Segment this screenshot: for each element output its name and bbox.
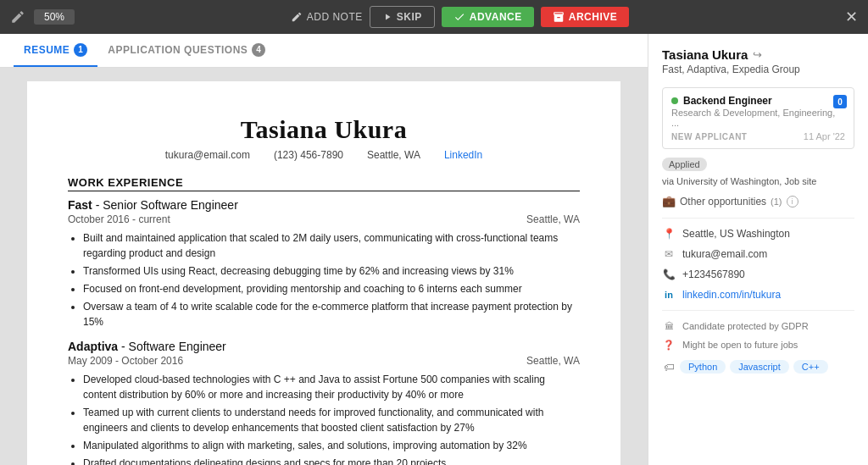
sidebar-phone: +1234567890 <box>682 268 745 280</box>
job-title-1: Software Engineer <box>129 340 226 353</box>
sidebar-linkedin[interactable]: linkedin.com/in/tukura <box>682 289 781 301</box>
candidate-name-row: Tasiana Ukura ↪ <box>662 47 854 62</box>
applied-via: via University of Washington, Job site <box>662 176 816 186</box>
job-location-1: Seattle, WA <box>526 355 580 367</box>
share-icon[interactable]: ↪ <box>753 48 762 61</box>
resume-linkedin-link[interactable]: LinkedIn <box>444 149 482 161</box>
resume-area: Tasiana Ukura tukura@email.com (123) 456… <box>0 68 648 465</box>
other-opportunities-row: 💼 Other opportunities (1) i <box>662 195 854 208</box>
stage-date: 11 Apr '22 <box>804 131 845 141</box>
skip-button[interactable]: SKIP <box>370 6 435 28</box>
bullet-1-0: Developed cloud-based technologies with … <box>83 372 580 402</box>
archive-button[interactable]: ARCHIVE <box>541 7 630 27</box>
location-row: 📍 Seattle, US Washington <box>662 227 854 241</box>
location-icon: 📍 <box>662 227 676 241</box>
job-entry-0: Fast - Senior Software Engineer October … <box>68 198 580 329</box>
work-experience-section: WORK EXPERIENCE Fast - Senior Software E… <box>68 176 580 465</box>
close-button[interactable]: ✕ <box>845 8 858 26</box>
gdpr-text: Candidate protected by GDPR <box>682 321 809 331</box>
bullet-1-3: Drafted documentations delineating desig… <box>83 456 580 465</box>
new-applicant-badge: NEW APPLICANT <box>671 132 747 141</box>
tag-0[interactable]: Python <box>680 360 726 374</box>
app-questions-tab-badge: 4 <box>252 43 265 57</box>
tags-row: 🏷 Python Javascript C++ <box>662 360 854 374</box>
future-jobs-row: ❓ Might be open to future jobs <box>662 338 854 352</box>
resume-contact: tukura@email.com (123) 456-7890 Seattle,… <box>68 149 580 161</box>
divider-1 <box>662 218 854 219</box>
stage-footer: NEW APPLICANT 11 Apr '22 <box>671 131 845 141</box>
bullet-0-3: Oversaw a team of 4 to write scalable co… <box>83 299 580 329</box>
zoom-control[interactable] <box>34 9 75 25</box>
stage-card[interactable]: Backend Engineer 0 Research & Developmen… <box>662 87 854 149</box>
resume-phone: (123) 456-7890 <box>274 149 343 161</box>
add-note-button[interactable]: ADD NOTE <box>291 11 363 23</box>
tab-application-questions[interactable]: APPLICATION QUESTIONS 4 <box>97 35 275 67</box>
work-experience-header: WORK EXPERIENCE <box>68 176 580 191</box>
phone-icon: 📞 <box>662 268 676 281</box>
bullet-0-0: Built and maintained application that sc… <box>83 230 580 261</box>
job-period-0: October 2016 - current <box>68 213 170 225</box>
linkedin-icon: in <box>662 288 676 302</box>
email-row: ✉ tukura@email.com <box>662 247 854 261</box>
app-logo <box>10 9 25 25</box>
future-icon: ❓ <box>662 338 676 352</box>
applied-badge: Applied <box>662 158 707 171</box>
sidebar-candidate-name: Tasiana Ukura <box>662 47 748 62</box>
phone-row: 📞 +1234567890 <box>662 268 854 281</box>
other-opps-count: (1) <box>771 197 782 207</box>
resume-candidate-name: Tasiana Ukura <box>68 115 580 144</box>
gdpr-row: 🏛 Candidate protected by GDPR <box>662 319 854 333</box>
topbar: ADD NOTE SKIP ADVANCE ARCHIVE ✕ <box>0 0 868 34</box>
job-dash-0: - <box>92 198 103 212</box>
right-panel: Tasiana Ukura ↪ Fast, Adaptiva, Expedia … <box>648 34 868 465</box>
suitcase-icon: 💼 <box>662 195 676 208</box>
bullet-0-1: Transformed UIs using React, decreasing … <box>83 263 580 279</box>
job-company-1: Adaptiva <box>68 340 118 353</box>
divider-2 <box>662 310 854 311</box>
sidebar-email: tukura@email.com <box>682 248 767 260</box>
job-title-line-1: Adaptiva - Software Engineer <box>68 340 580 353</box>
stage-title: Backend Engineer <box>683 95 772 107</box>
job-bullets-1: Developed cloud-based technologies with … <box>68 372 580 465</box>
bullet-1-1: Teamed up with current clients to unders… <box>83 405 580 435</box>
advance-button[interactable]: ADVANCE <box>442 7 534 27</box>
job-meta-0: October 2016 - current Seattle, WA <box>68 213 580 225</box>
tag-1[interactable]: Javascript <box>730 360 789 374</box>
zoom-input[interactable] <box>39 11 70 23</box>
tag-2[interactable]: C++ <box>793 360 828 374</box>
job-title-line-0: Fast - Senior Software Engineer <box>68 198 580 212</box>
job-company-0: Fast <box>68 198 92 212</box>
email-icon: ✉ <box>662 247 676 261</box>
stage-num: 0 <box>833 95 847 108</box>
job-entry-1: Adaptiva - Software Engineer May 2009 - … <box>68 340 580 465</box>
bullet-1-2: Manipulated algorithms to align with mar… <box>83 438 580 453</box>
future-text: Might be open to future jobs <box>682 340 798 350</box>
info-icon[interactable]: i <box>787 196 798 208</box>
stage-dept: Research & Development, Engineering, ... <box>671 108 845 128</box>
topbar-actions: ADD NOTE SKIP ADVANCE ARCHIVE <box>83 6 837 28</box>
bullet-0-2: Focused on front-end development, provid… <box>83 281 580 296</box>
job-period-1: May 2009 - October 2016 <box>68 355 183 367</box>
other-opps-label: Other opportunities <box>680 196 766 208</box>
gdpr-icon: 🏛 <box>662 319 676 333</box>
main-layout: RESUME 1 APPLICATION QUESTIONS 4 Tasiana… <box>0 34 868 465</box>
tag-icon: 🏷 <box>662 360 676 374</box>
tabs-bar: RESUME 1 APPLICATION QUESTIONS 4 <box>0 34 648 68</box>
resume-document: Tasiana Ukura tukura@email.com (123) 456… <box>27 81 620 465</box>
sidebar-candidate-companies: Fast, Adaptiva, Expedia Group <box>662 64 854 75</box>
resume-tab-badge: 1 <box>74 43 87 57</box>
resume-email: tukura@email.com <box>165 149 250 161</box>
job-meta-1: May 2009 - October 2016 Seattle, WA <box>68 355 580 367</box>
left-panel: RESUME 1 APPLICATION QUESTIONS 4 Tasiana… <box>0 34 648 465</box>
tab-resume[interactable]: RESUME 1 <box>14 35 97 67</box>
job-title-0: Senior Software Engineer <box>103 198 238 212</box>
job-location-0: Seattle, WA <box>526 213 580 225</box>
resume-location: Seattle, WA <box>367 149 420 161</box>
stage-dot <box>671 97 678 104</box>
job-bullets-0: Built and maintained application that sc… <box>68 230 580 329</box>
sidebar-location: Seattle, US Washington <box>682 228 790 240</box>
linkedin-row: in linkedin.com/in/tukura <box>662 288 854 302</box>
applied-row: Applied via University of Washington, Jo… <box>662 158 854 186</box>
job-dash-1: - <box>118 340 128 353</box>
